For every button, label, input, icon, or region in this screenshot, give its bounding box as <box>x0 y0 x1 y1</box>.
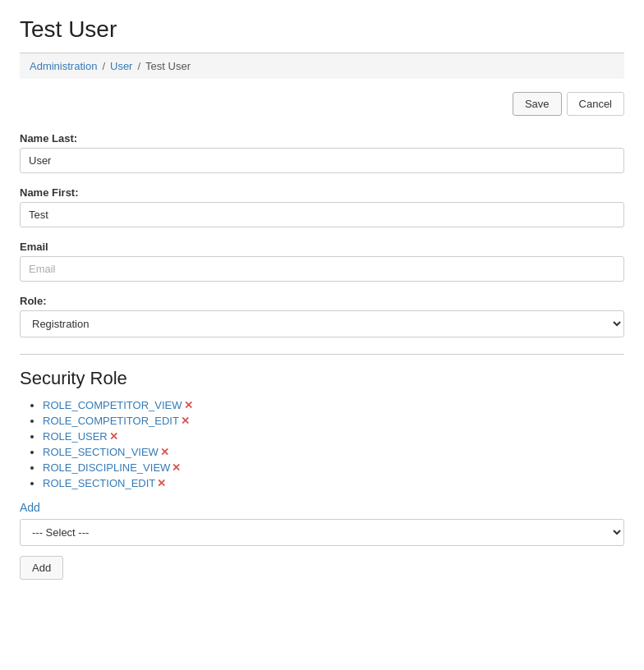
email-label: Email <box>20 241 624 253</box>
name-last-input[interactable] <box>20 148 624 173</box>
name-first-label: Name First: <box>20 186 624 199</box>
email-group: Email <box>20 241 624 282</box>
roles-list: ROLE_COMPETITOR_VIEW✕ ROLE_COMPETITOR_ED… <box>20 399 624 489</box>
name-first-group: Name First: <box>20 186 624 227</box>
security-role-title: Security Role <box>20 368 624 389</box>
role-label: Role: <box>20 295 624 307</box>
section-divider <box>20 354 624 355</box>
name-last-group: Name Last: <box>20 132 624 173</box>
role-name: ROLE_COMPETITOR_EDIT <box>43 415 179 427</box>
name-last-label: Name Last: <box>20 132 624 145</box>
role-remove-button[interactable]: ✕ <box>184 399 193 411</box>
toolbar: Save Cancel <box>20 92 624 116</box>
breadcrumb-test-user: Test User <box>145 60 191 72</box>
list-item: ROLE_COMPETITOR_EDIT✕ <box>43 415 624 427</box>
role-add-select[interactable]: --- Select --- ROLE_ADMIN ROLE_JUDGE ROL… <box>20 519 624 546</box>
role-remove-button[interactable]: ✕ <box>109 430 118 443</box>
list-item: ROLE_COMPETITOR_VIEW✕ <box>43 399 624 411</box>
role-remove-button[interactable]: ✕ <box>181 415 190 427</box>
email-input[interactable] <box>20 256 624 282</box>
list-item: ROLE_DISCIPLINE_VIEW✕ <box>43 461 624 474</box>
add-role-button[interactable]: Add <box>20 556 63 580</box>
role-name: ROLE_SECTION_VIEW <box>43 446 159 458</box>
name-first-input[interactable] <box>20 202 624 227</box>
list-item: ROLE_SECTION_VIEW✕ <box>43 446 624 458</box>
page-title: Test User <box>20 16 624 43</box>
role-remove-button[interactable]: ✕ <box>157 477 166 489</box>
breadcrumb-administration[interactable]: Administration <box>30 60 97 72</box>
add-role-row: --- Select --- ROLE_ADMIN ROLE_JUDGE ROL… <box>20 519 624 546</box>
role-name: ROLE_SECTION_EDIT <box>43 477 155 489</box>
role-name: ROLE_DISCIPLINE_VIEW <box>43 461 170 474</box>
role-name: ROLE_USER <box>43 430 108 443</box>
role-group: Role: Registration Admin Judge Volunteer <box>20 295 624 337</box>
breadcrumb-sep-1: / <box>102 60 105 72</box>
list-item: ROLE_SECTION_EDIT✕ <box>43 477 624 489</box>
role-name: ROLE_COMPETITOR_VIEW <box>43 399 182 411</box>
save-button[interactable]: Save <box>513 92 562 116</box>
breadcrumb-user[interactable]: User <box>110 60 132 72</box>
breadcrumb-sep-2: / <box>137 60 140 72</box>
role-select[interactable]: Registration Admin Judge Volunteer <box>20 310 624 337</box>
role-remove-button[interactable]: ✕ <box>160 446 169 458</box>
add-label: Add <box>20 501 624 514</box>
role-remove-button[interactable]: ✕ <box>172 461 181 474</box>
list-item: ROLE_USER✕ <box>43 430 624 443</box>
cancel-button[interactable]: Cancel <box>567 92 624 116</box>
breadcrumb: Administration / User / Test User <box>20 53 624 79</box>
